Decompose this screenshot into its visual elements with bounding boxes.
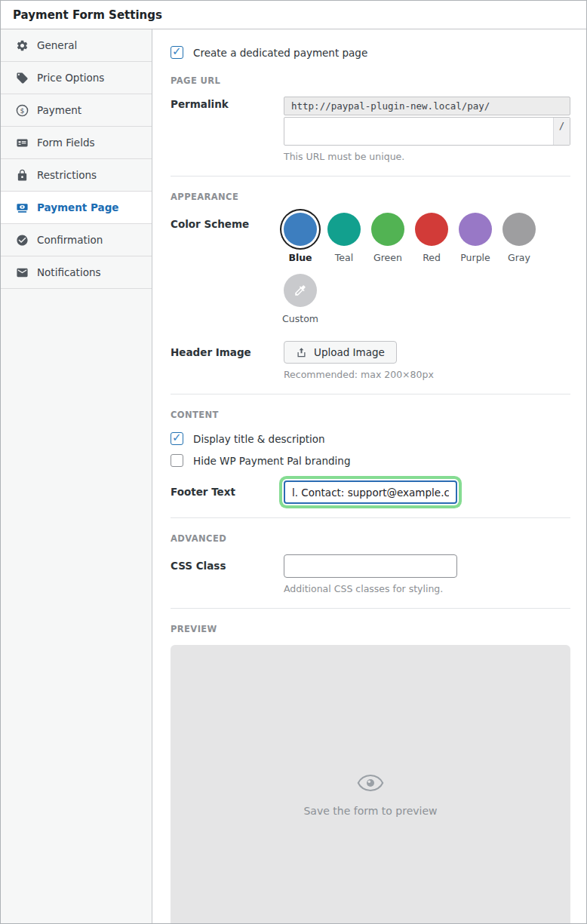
permalink-help: This URL must be unique. (284, 151, 570, 162)
payment-form-settings-window: Payment Form Settings General Price Opti… (0, 0, 587, 924)
divider (171, 517, 570, 518)
section-header-page-url: PAGE URL (171, 75, 570, 86)
display-title-checkbox-row: Display title & description (171, 432, 570, 445)
section-header-preview: PREVIEW (171, 624, 570, 634)
color-scheme-row: Color Scheme Blue Teal Green (171, 213, 570, 324)
money-icon (16, 201, 29, 214)
footer-text-label: Footer Text (171, 480, 284, 504)
sidebar-item-label: Confirmation (37, 234, 103, 246)
css-class-input[interactable] (284, 554, 457, 578)
tag-icon (16, 72, 29, 84)
section-header-content: CONTENT (171, 410, 570, 420)
gear-icon (16, 39, 29, 52)
upload-icon (296, 347, 307, 358)
sidebar-item-general[interactable]: General (1, 29, 152, 62)
hide-branding-checkbox-label: Hide WP Payment Pal branding (193, 455, 351, 467)
divider (171, 608, 570, 609)
swatch-purple-circle (459, 213, 492, 246)
swatch-blue-circle (284, 213, 317, 246)
create-page-checkbox[interactable] (171, 46, 183, 59)
css-class-row: CSS Class Additional CSS classes for sty… (171, 554, 570, 594)
swatch-blue[interactable]: Blue (284, 213, 317, 263)
header-image-help: Recommended: max 200×80px (284, 369, 570, 380)
form-fields-icon (16, 137, 29, 149)
swatch-purple[interactable]: Purple (459, 213, 492, 263)
color-swatch-grid: Blue Teal Green Red (284, 213, 570, 263)
display-title-checkbox[interactable] (171, 432, 183, 445)
lock-icon (16, 169, 29, 182)
swatch-custom[interactable]: Custom (284, 274, 317, 324)
divider (171, 176, 570, 177)
sidebar-item-label: Price Options (37, 72, 104, 84)
sidebar-item-price-options[interactable]: Price Options (1, 62, 152, 94)
swatch-teal-circle (327, 213, 361, 246)
sidebar-item-confirmation[interactable]: Confirmation (1, 224, 152, 256)
sidebar-item-label: Form Fields (37, 137, 95, 149)
check-circle-icon (16, 234, 29, 247)
page-title: Payment Form Settings (13, 8, 162, 22)
divider (171, 394, 570, 394)
sidebar-item-payment[interactable]: $ Payment (1, 94, 152, 127)
header-image-label: Header Image (171, 341, 284, 380)
sidebar-item-payment-page[interactable]: Payment Page (1, 192, 152, 224)
css-class-help: Additional CSS classes for styling. (284, 583, 570, 594)
dollar-icon: $ (16, 104, 29, 117)
settings-sidebar: General Price Options $ Payment Form Fie… (1, 29, 152, 923)
section-header-advanced: ADVANCED (171, 533, 570, 544)
swatch-green[interactable]: Green (371, 213, 404, 263)
create-page-checkbox-label: Create a dedicated payment page (193, 47, 367, 59)
footer-text-input[interactable] (284, 480, 457, 504)
upload-image-button[interactable]: Upload Image (284, 341, 397, 364)
permalink-slug-input[interactable] (284, 118, 553, 145)
permalink-row: Permalink http://paypal-plugin-new.local… (171, 97, 570, 162)
footer-text-row: Footer Text (171, 480, 570, 504)
swatch-gray[interactable]: Gray (502, 213, 536, 263)
preview-message: Save the form to preview (303, 805, 437, 817)
eyedropper-icon (294, 284, 307, 297)
permalink-slug-group: / (284, 117, 570, 146)
settings-panel: Create a dedicated payment page PAGE URL… (152, 29, 586, 923)
display-title-checkbox-label: Display title & description (193, 433, 325, 445)
titlebar: Payment Form Settings (1, 1, 586, 29)
sidebar-item-label: Restrictions (37, 169, 97, 181)
color-scheme-label: Color Scheme (171, 213, 284, 324)
swatch-teal[interactable]: Teal (327, 213, 361, 263)
permalink-suffix: / (553, 118, 570, 145)
preview-box: Save the form to preview (171, 645, 570, 923)
sidebar-item-form-fields[interactable]: Form Fields (1, 127, 152, 159)
sidebar-item-label: Payment Page (37, 201, 118, 213)
sidebar-item-label: Notifications (37, 266, 101, 278)
sidebar-item-restrictions[interactable]: Restrictions (1, 159, 152, 192)
svg-text:$: $ (20, 106, 25, 114)
swatch-green-circle (371, 213, 404, 246)
swatch-red[interactable]: Red (415, 213, 448, 263)
sidebar-item-label: General (37, 39, 77, 51)
swatch-custom-circle (284, 274, 317, 307)
permalink-url-prefix: http://paypal-plugin-new.local/pay/ (284, 97, 570, 115)
swatch-gray-circle (502, 213, 536, 246)
permalink-label: Permalink (171, 97, 284, 162)
swatch-red-circle (415, 213, 448, 246)
css-class-label: CSS Class (171, 554, 284, 594)
sidebar-item-notifications[interactable]: Notifications (1, 256, 152, 289)
header-image-row: Header Image Upload Image Recommended: m… (171, 341, 570, 380)
create-page-checkbox-row: Create a dedicated payment page (171, 46, 570, 59)
eye-icon (357, 773, 384, 793)
hide-branding-checkbox[interactable] (171, 454, 183, 467)
envelope-icon (16, 266, 29, 279)
hide-branding-checkbox-row: Hide WP Payment Pal branding (171, 454, 570, 467)
sidebar-item-label: Payment (37, 104, 81, 116)
section-header-appearance: APPEARANCE (171, 192, 570, 202)
